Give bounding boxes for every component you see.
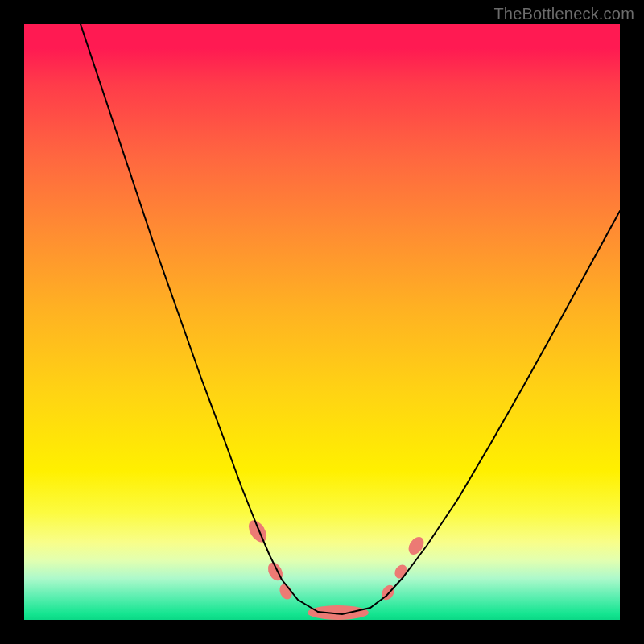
- salmon-marker: [406, 535, 427, 558]
- salmon-marker: [245, 518, 270, 546]
- chart-svg: [24, 24, 620, 620]
- markers-group: [245, 518, 427, 620]
- chart-frame: TheBottleneck.com: [0, 0, 644, 644]
- plot-area: [24, 24, 620, 620]
- salmon-marker: [308, 605, 369, 620]
- watermark-text: TheBottleneck.com: [493, 5, 634, 23]
- bottleneck-curve: [80, 24, 620, 614]
